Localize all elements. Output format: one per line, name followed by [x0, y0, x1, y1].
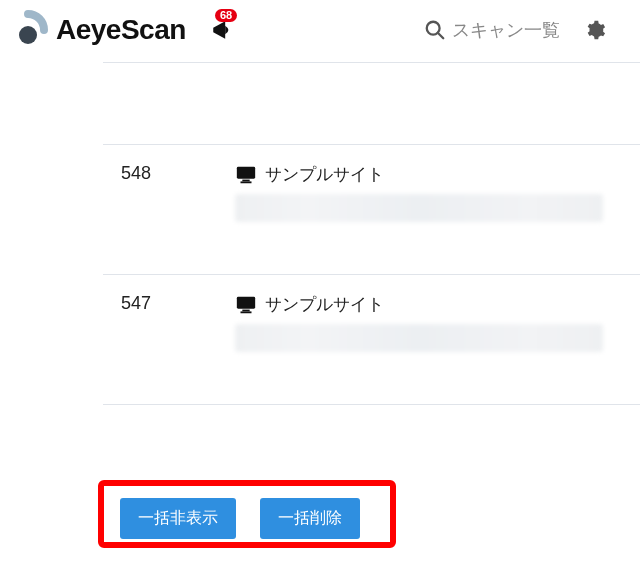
brand-logo[interactable]: AeyeScan — [6, 8, 186, 52]
list-row[interactable]: 548 サンプルサイト — [103, 145, 640, 275]
notification-bell[interactable]: 68 — [208, 15, 238, 45]
gear-icon — [584, 19, 606, 41]
redacted-url — [235, 324, 603, 352]
site-label: サンプルサイト — [265, 293, 384, 316]
svg-line-2 — [438, 33, 444, 39]
list-row[interactable]: 547 サンプルサイト — [103, 275, 640, 405]
svg-point-0 — [19, 26, 37, 44]
brand-name: AeyeScan — [56, 14, 186, 46]
list-row — [103, 63, 640, 145]
svg-rect-5 — [241, 181, 252, 183]
bulk-delete-button[interactable]: 一括削除 — [260, 498, 360, 539]
svg-rect-4 — [242, 179, 249, 181]
svg-rect-8 — [241, 311, 252, 313]
app-header: AeyeScan 68 スキャン一覧 — [0, 0, 640, 60]
search-icon — [424, 19, 446, 41]
row-content: サンプルサイト — [235, 293, 626, 382]
nav-scan-list[interactable]: スキャン一覧 — [424, 18, 560, 42]
svg-rect-7 — [242, 309, 249, 311]
site-name[interactable]: サンプルサイト — [235, 293, 626, 316]
svg-rect-6 — [237, 296, 255, 308]
site-name[interactable]: サンプルサイト — [235, 163, 626, 186]
logo-icon — [6, 8, 50, 52]
nav-settings[interactable] — [584, 19, 630, 41]
nav-settings-label — [612, 20, 630, 41]
bulk-actions: 一括非表示 一括削除 — [98, 484, 382, 553]
scan-list: 548 サンプルサイト 547 — [103, 62, 640, 405]
header-nav: スキャン一覧 — [424, 18, 630, 42]
monitor-icon — [235, 294, 257, 316]
svg-rect-3 — [237, 166, 255, 178]
nav-scan-list-label: スキャン一覧 — [452, 18, 560, 42]
site-label: サンプルサイト — [265, 163, 384, 186]
monitor-icon — [235, 164, 257, 186]
row-content: サンプルサイト — [235, 163, 626, 252]
notification-badge: 68 — [215, 9, 237, 22]
row-id: 548 — [121, 163, 201, 252]
bulk-hide-button[interactable]: 一括非表示 — [120, 498, 236, 539]
redacted-url — [235, 194, 603, 222]
row-id: 547 — [121, 293, 201, 382]
